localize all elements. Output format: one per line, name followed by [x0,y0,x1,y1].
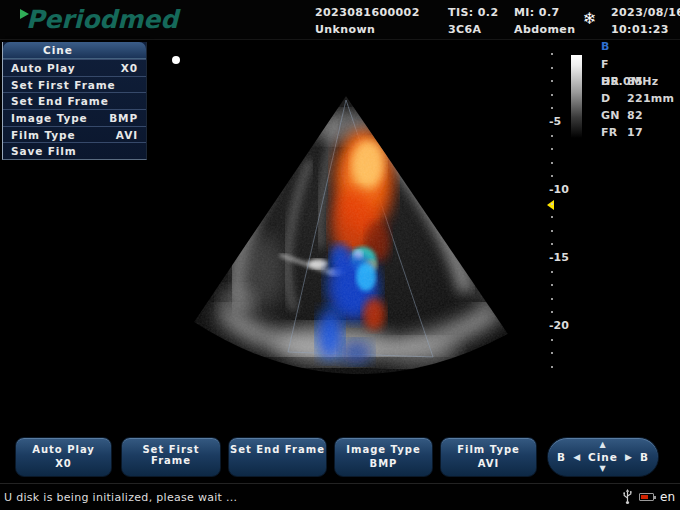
depth-label: -5 [549,115,561,128]
depth-tick [551,148,553,150]
menu-item-label: Film Type [11,129,75,141]
chevron-left-icon[interactable]: ◀ [573,452,581,462]
probe-model: 3C6A [448,23,498,40]
depth-tick [551,94,553,96]
chevron-right-icon[interactable]: ▶ [625,452,633,462]
menu-item-label: Image Type [11,112,88,124]
grayscale-map-bar [571,55,582,138]
cine-context-menu: Cine Auto Play X0 Set First Frame Set En… [2,42,147,160]
depth-label: -20 [549,319,569,332]
depth-tick [551,243,553,245]
param-gain: GN82 [601,107,680,124]
depth-tick [551,175,553,177]
depth-tick [551,107,553,109]
top-bar: Periodmed 2023081600002 Unknown TIS: 0.2… [0,0,680,40]
chevron-up-icon[interactable]: ▲ [548,441,658,449]
depth-tick [551,203,553,205]
datetime-column: 2023/08/16 10:01:23 [611,6,680,40]
menu-item-label: Save Film [11,145,77,157]
depth-tick [551,311,553,313]
tis-value: TIS: 0.2 [448,6,498,23]
nav-mode-left[interactable]: B [557,451,566,463]
image-parameter-panel: B FH5.0MHz DR85 D221mm GN82 FR17 [601,40,680,141]
menu-item-value: AVI [116,129,138,141]
patient-info-column: 2023081600002 Unknown [315,6,420,40]
patient-id: 2023081600002 [315,6,420,23]
softkey-set-end-frame[interactable]: Set End Frame [228,437,327,477]
depth-label: -15 [549,251,569,264]
depth-tick [551,216,553,218]
battery-icon [639,493,654,501]
nav-center-label: Cine [588,451,618,463]
mi-value: MI: 0.7 [514,6,575,23]
param-frequency: FH5.0MHz [601,56,680,73]
depth-tick [551,135,553,137]
depth-tick [551,67,553,69]
softkey-set-first-frame[interactable]: Set First Frame [121,437,221,477]
depth-label: -10 [549,183,569,196]
menu-item-auto-play[interactable]: Auto Play X0 [3,59,146,76]
acoustic-probe-column: TIS: 0.2 3C6A [448,6,498,40]
usb-icon [622,489,633,505]
menu-item-value: X0 [121,62,138,74]
softkey-auto-play[interactable]: Auto Play X0 [15,437,112,477]
status-message: U disk is being initialized, please wait… [4,491,237,504]
depth-tick [551,162,553,164]
exam-preset: Abdomen [514,23,575,40]
patient-name: Unknown [315,23,420,40]
system-time: 10:01:23 [611,23,680,40]
mi-preset-column: MI: 0.7 Abdomen [514,6,575,40]
softkey-film-type[interactable]: Film Type AVI [440,437,537,477]
brand-logo: Periodmed [26,5,178,34]
menu-title-cine[interactable]: Cine [3,42,146,59]
menu-item-set-first-frame[interactable]: Set First Frame [3,76,146,93]
mode-label: B [601,40,680,56]
depth-tick [551,284,553,286]
menu-item-film-type[interactable]: Film Type AVI [3,126,146,143]
freeze-snowflake-icon: ❄ [583,9,596,28]
menu-item-image-type[interactable]: Image Type BMP [3,109,146,126]
nav-mode-right[interactable]: B [640,451,649,463]
chevron-down-icon[interactable]: ▼ [548,465,658,473]
menu-item-set-end-frame[interactable]: Set End Frame [3,92,146,109]
system-date: 2023/08/16 [611,6,680,23]
param-dynamic-range: DR85 [601,73,680,90]
menu-item-save-film[interactable]: Save Film [3,142,146,159]
depth-tick [551,80,553,82]
status-bar: U disk is being initialized, please wait… [0,483,680,510]
softkey-bar: Auto Play X0 Set First Frame Set End Fra… [0,432,680,483]
focus-position-marker[interactable] [547,200,554,210]
menu-item-label: Auto Play [11,62,76,74]
language-indicator[interactable]: en [660,490,675,504]
ultrasound-screen: Periodmed 2023081600002 Unknown TIS: 0.2… [0,0,680,510]
param-depth: D221mm [601,90,680,107]
depth-tick [551,352,553,354]
depth-tick [551,230,553,232]
depth-tick [551,271,553,273]
depth-tick [551,339,553,341]
menu-item-label: Set First Frame [11,79,116,91]
depth-tick [551,366,553,368]
menu-item-label: Set End Frame [11,95,109,107]
menu-item-value: BMP [109,112,138,124]
softkey-image-type[interactable]: Image Type BMP [334,437,433,477]
brand-logo-text: Periodmed [26,5,178,34]
ultrasound-image [168,52,553,387]
depth-tick [551,298,553,300]
param-frame-rate: FR17 [601,124,680,141]
logo-triangle-icon [20,9,29,19]
depth-tick [551,53,553,55]
cine-navigator[interactable]: ▲ B ◀ Cine ▶ B ▼ [547,437,659,477]
